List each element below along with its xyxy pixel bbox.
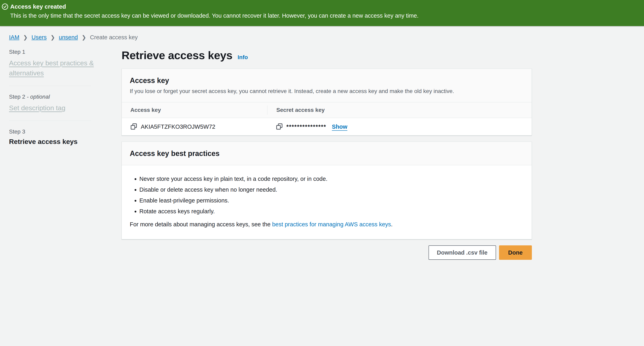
list-item: Never store your access key in plain tex…: [139, 175, 524, 182]
divider: [9, 86, 91, 86]
flashbar-title: Access key created: [10, 3, 66, 10]
breadcrumb-link-iam[interactable]: IAM: [9, 34, 20, 41]
wizard-steps-nav: Step 1 Access key best practices & alter…: [9, 46, 101, 146]
step-label: Step 2 - optional: [9, 94, 101, 100]
download-csv-button[interactable]: Download .csv file: [428, 245, 496, 260]
access-key-cell: AKIA5FTZFKO3ROJW5W72: [122, 123, 267, 130]
flashbar-message: This is the only time that the secret ac…: [10, 12, 639, 19]
table-row: AKIA5FTZFKO3ROJW5W72: [122, 118, 532, 135]
best-practices-body: Never store your access key in plain tex…: [122, 165, 532, 239]
wizard-actions: Download .csv file Done: [122, 245, 532, 260]
main-content: Retrieve access keys Info Access key If …: [122, 46, 532, 260]
list-item: Rotate access keys regularly.: [139, 208, 524, 215]
breadcrumb-link-users[interactable]: Users: [32, 34, 47, 41]
step3-current-title: Retrieve access keys: [9, 138, 101, 146]
chevron-right-icon: ❯: [82, 35, 86, 40]
panel-title: Access key best practices: [130, 149, 524, 158]
page: Access key created This is the only time…: [0, 0, 644, 260]
copy-secret-key-button[interactable]: [276, 123, 283, 130]
best-practices-panel: Access key best practices Never store yo…: [122, 142, 532, 239]
best-practices-footer: For more details about managing access k…: [130, 221, 524, 228]
access-key-value: AKIA5FTZFKO3ROJW5W72: [141, 124, 215, 130]
access-key-panel: Access key If you lose or forget your se…: [122, 69, 532, 136]
best-practices-doc-link[interactable]: best practices for managing AWS access k…: [272, 221, 391, 227]
page-title: Retrieve access keys: [122, 49, 232, 62]
access-key-panel-header: Access key If you lose or forget your se…: [122, 69, 532, 102]
column-header-access-key: Access key: [122, 107, 267, 113]
step2-link[interactable]: Set description tag: [9, 104, 66, 112]
copy-icon: [276, 123, 283, 131]
step-label: Step 1: [9, 49, 101, 55]
wizard-step-1: Step 1 Access key best practices & alter…: [9, 49, 101, 78]
secret-access-key-cell: *************** Show: [267, 123, 532, 130]
table-header-row: Access key Secret access key: [122, 102, 532, 118]
divider: [9, 121, 91, 121]
copy-access-key-button[interactable]: [130, 123, 137, 130]
info-link[interactable]: Info: [238, 54, 248, 61]
wizard-step-2: Step 2 - optional Set description tag: [9, 94, 101, 113]
access-key-table: Access key Secret access key: [122, 102, 532, 135]
step1-link[interactable]: Access key best practices & alternatives: [9, 59, 94, 77]
breadcrumb-current: Create access key: [90, 34, 138, 41]
best-practices-list: Never store your access key in plain tex…: [139, 175, 524, 215]
best-practices-panel-header: Access key best practices: [122, 142, 532, 165]
wizard-step-3: Step 3 Retrieve access keys: [9, 129, 101, 146]
optional-label: - optional: [27, 94, 50, 100]
panel-title: Access key: [130, 76, 524, 85]
list-item: Disable or delete access key when no lon…: [139, 186, 524, 193]
success-flashbar: Access key created This is the only time…: [0, 0, 644, 26]
done-button[interactable]: Done: [499, 245, 532, 260]
list-item: Enable least-privilege permissions.: [139, 197, 524, 204]
show-secret-key-link[interactable]: Show: [332, 124, 347, 130]
secret-key-masked-value: ***************: [286, 124, 326, 130]
breadcrumb-link-unsend[interactable]: unsend: [59, 34, 78, 41]
column-header-secret-access-key: Secret access key: [267, 105, 532, 115]
chevron-right-icon: ❯: [50, 35, 55, 40]
check-circle-icon: [2, 3, 8, 10]
copy-icon: [130, 123, 137, 131]
step-label: Step 3: [9, 129, 101, 135]
chevron-right-icon: ❯: [23, 35, 28, 40]
breadcrumb: IAM ❯ Users ❯ unsend ❯ Create access key: [9, 34, 644, 41]
panel-description: If you lose or forget your secret access…: [130, 88, 524, 95]
